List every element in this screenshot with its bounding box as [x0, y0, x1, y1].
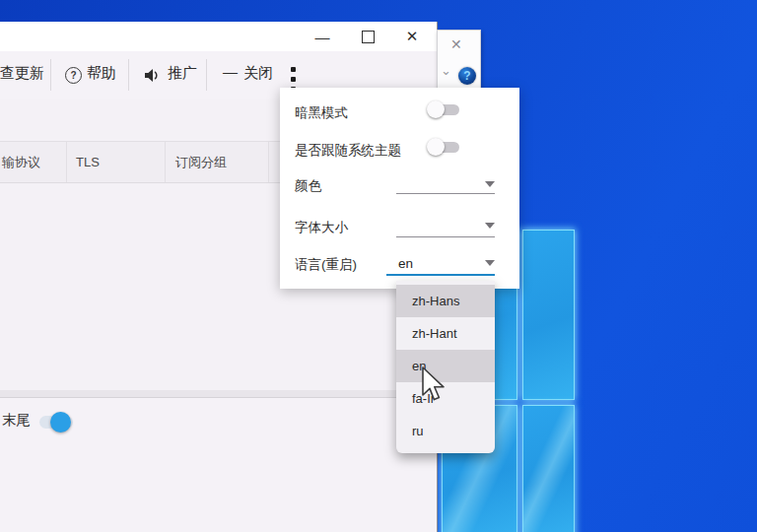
follow-system-theme-label: 是否跟随系统主题: [295, 142, 401, 160]
toolbar-item-close[interactable]: 关闭: [243, 64, 273, 83]
column-header-transport-protocol[interactable]: 输协议: [0, 142, 67, 182]
toggle-thumb: [427, 138, 445, 156]
dark-mode-toggle[interactable]: [427, 100, 460, 119]
speaker-icon[interactable]: [144, 68, 161, 87]
chevron-down-icon[interactable]: [485, 223, 495, 229]
toggle-thumb: [50, 412, 71, 432]
language-option-en[interactable]: en: [396, 350, 495, 382]
maximize-icon: [362, 31, 375, 43]
chevron-down-icon[interactable]: [485, 260, 495, 266]
language-option-ru[interactable]: ru: [396, 415, 495, 447]
horizontal-scrollbar[interactable]: [0, 390, 437, 398]
titlebar: — ✕: [0, 22, 437, 51]
minus-icon[interactable]: —: [223, 63, 238, 80]
font-size-label: 字体大小: [295, 219, 348, 236]
color-select[interactable]: [396, 193, 495, 194]
language-option-zh-hans[interactable]: zh-Hans: [396, 285, 495, 317]
language-option-fa-ir[interactable]: fa-Ir: [396, 382, 495, 415]
windows-logo-pane-top-right: [522, 230, 575, 400]
follow-system-theme-toggle[interactable]: [427, 138, 460, 157]
toolbar-item-promote[interactable]: 推广: [168, 64, 197, 83]
language-dropdown: zh-Hans zh-Hant en fa-Ir ru: [396, 281, 495, 453]
language-select[interactable]: [386, 274, 495, 276]
toolbar-separator: [50, 59, 51, 91]
toolbar-item-help[interactable]: 帮助: [87, 64, 116, 83]
close-button[interactable]: ✕: [399, 22, 425, 51]
language-label: 语言(重启): [295, 256, 357, 274]
language-select-value: en: [398, 256, 413, 271]
toggle-thumb: [427, 100, 445, 118]
help-icon[interactable]: ?: [458, 67, 476, 85]
chevron-down-icon[interactable]: ⌄: [441, 63, 451, 78]
language-option-zh-hant[interactable]: zh-Hant: [396, 317, 495, 350]
question-circle-icon[interactable]: ?: [65, 67, 82, 84]
tail-toggle[interactable]: [37, 406, 77, 432]
settings-menu: 暗黑模式 是否跟随系统主题 颜色 字体大小 语言(重启) en: [280, 88, 519, 289]
dark-mode-label: 暗黑模式: [295, 104, 348, 122]
toolbar-separator: [128, 59, 129, 91]
color-label: 颜色: [295, 177, 321, 195]
toolbar-item-check-update[interactable]: 查更新: [0, 64, 44, 83]
chevron-down-icon[interactable]: [485, 181, 495, 187]
maximize-button[interactable]: [355, 22, 380, 51]
mouse-cursor: [421, 366, 445, 404]
font-size-select[interactable]: [396, 236, 495, 237]
footer-label-tail: 末尾: [2, 411, 31, 430]
windows-logo-pane-bottom-right: [522, 405, 575, 532]
helper-popup: ✕ ⌄ ?: [437, 30, 481, 90]
column-header-tls[interactable]: TLS: [67, 142, 166, 182]
column-header-subscription-group[interactable]: 订阅分组: [166, 142, 269, 182]
toolbar-separator: [206, 59, 207, 91]
footer-bar: 末尾: [0, 398, 437, 532]
close-icon[interactable]: ✕: [450, 36, 462, 52]
minimize-button[interactable]: —: [310, 22, 335, 51]
